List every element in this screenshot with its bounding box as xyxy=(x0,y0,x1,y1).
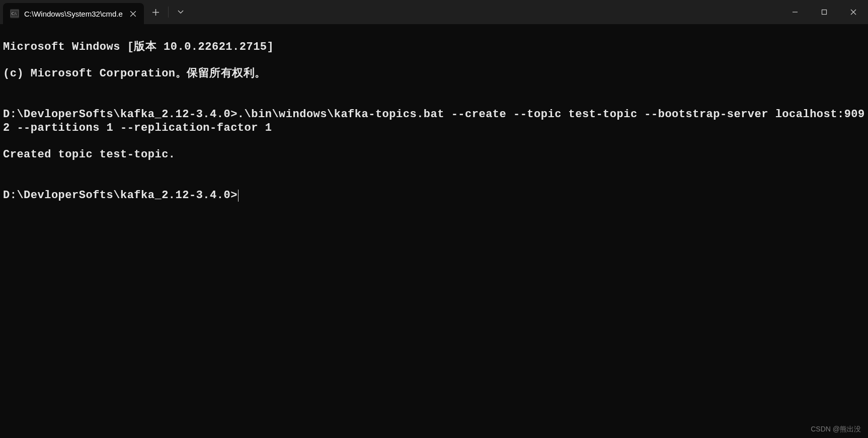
cursor xyxy=(238,190,239,202)
maximize-button[interactable] xyxy=(810,0,839,24)
tab-active[interactable]: C:\ C:\Windows\System32\cmd.e xyxy=(3,3,144,24)
terminal-output[interactable]: Microsoft Windows [版本 10.0.22621.2715] (… xyxy=(0,24,868,438)
terminal-prompt: D:\DevloperSofts\kafka_2.12-3.4.0> xyxy=(3,189,238,202)
plus-icon xyxy=(152,9,159,16)
titlebar-drag-region[interactable] xyxy=(193,0,780,24)
svg-text:C:\: C:\ xyxy=(12,12,17,16)
close-icon xyxy=(130,11,136,17)
svg-rect-7 xyxy=(822,10,827,15)
minimize-button[interactable] xyxy=(780,0,810,24)
tab-close-button[interactable] xyxy=(128,8,139,19)
terminal-line: (c) Microsoft Corporation。保留所有权利。 xyxy=(3,67,865,81)
terminal-line: Microsoft Windows [版本 10.0.22621.2715] xyxy=(3,41,865,54)
window-close-button[interactable] xyxy=(839,0,868,24)
terminal-line: Created topic test-topic. xyxy=(3,148,865,162)
tab-divider xyxy=(168,7,169,18)
chevron-down-icon xyxy=(178,10,184,14)
watermark: CSDN @熊出没 xyxy=(811,425,861,434)
tabs-region: C:\ C:\Windows\System32\cmd.e xyxy=(0,0,144,24)
terminal-line: D:\DevloperSofts\kafka_2.12-3.4.0>.\bin\… xyxy=(3,108,865,135)
maximize-icon xyxy=(821,9,827,15)
window-controls xyxy=(780,0,868,24)
tab-actions xyxy=(144,0,193,24)
titlebar: C:\ C:\Windows\System32\cmd.e xyxy=(0,0,868,24)
close-icon xyxy=(850,9,856,15)
minimize-icon xyxy=(792,9,798,15)
new-tab-button[interactable] xyxy=(147,3,165,21)
tab-dropdown-button[interactable] xyxy=(172,3,190,21)
tab-title: C:\Windows\System32\cmd.e xyxy=(24,10,123,18)
cmd-icon: C:\ xyxy=(10,9,19,18)
